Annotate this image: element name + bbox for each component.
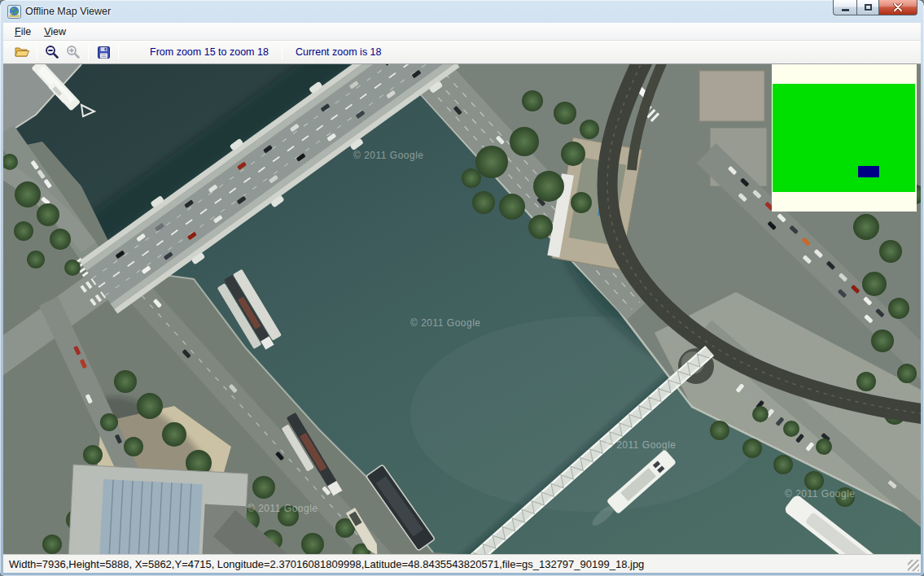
map-viewport[interactable]: © 2011 Google © 2011 Google © 2011 Googl… [3, 64, 921, 554]
building [699, 71, 764, 121]
save-button[interactable] [93, 42, 114, 62]
svg-text:© 2011 Google: © 2011 Google [353, 150, 424, 161]
svg-text:© 2011 Google: © 2011 Google [785, 488, 856, 500]
menu-bar: File View [3, 23, 921, 41]
minimap-viewport-rect[interactable] [858, 166, 879, 177]
caption-buttons [833, 0, 917, 15]
open-button[interactable] [11, 42, 33, 62]
title-bar: Offline Map Viewer [0, 0, 924, 23]
toolbar: From zoom 15 to zoom 18 Current zoom is … [3, 41, 921, 64]
zoom-out-icon [45, 45, 59, 59]
toolbar-separator [118, 44, 119, 60]
minimize-icon [842, 9, 849, 11]
maximize-button[interactable] [856, 0, 879, 15]
zoom-in-button[interactable] [63, 42, 84, 62]
menu-file[interactable]: File [8, 24, 37, 39]
save-floppy-icon [97, 46, 111, 59]
svg-text:© 2011 Google: © 2011 Google [247, 503, 318, 514]
toolbar-separator [37, 44, 37, 60]
toolbar-separator [88, 44, 89, 60]
svg-text:© 2011 Google: © 2011 Google [606, 439, 677, 451]
toolbar-separator [282, 44, 282, 60]
current-zoom-label: Current zoom is 18 [287, 46, 391, 58]
svg-text:© 2011 Google: © 2011 Google [410, 317, 481, 329]
minimize-button[interactable] [833, 0, 856, 15]
status-text: Width=7936,Height=5888, X=5862,Y=4715, L… [9, 558, 644, 570]
status-bar: Width=7936,Height=5888, X=5862,Y=4715, L… [3, 554, 921, 573]
close-button[interactable] [879, 0, 917, 15]
minimap-extent [773, 84, 915, 192]
window-title: Offline Map Viewer [25, 6, 111, 17]
close-icon [893, 3, 903, 11]
zoom-in-icon [66, 45, 81, 59]
app-window: Offline Map Viewer File View [0, 0, 924, 576]
zoom-out-button[interactable] [42, 42, 63, 62]
minimap-overview[interactable] [772, 64, 917, 212]
open-folder-icon [15, 46, 30, 59]
menu-view[interactable]: View [37, 24, 72, 39]
zoom-range-label: From zoom 15 to zoom 18 [141, 46, 278, 58]
app-icon [7, 5, 21, 19]
resize-grip[interactable] [908, 560, 919, 571]
maximize-icon [865, 4, 872, 11]
